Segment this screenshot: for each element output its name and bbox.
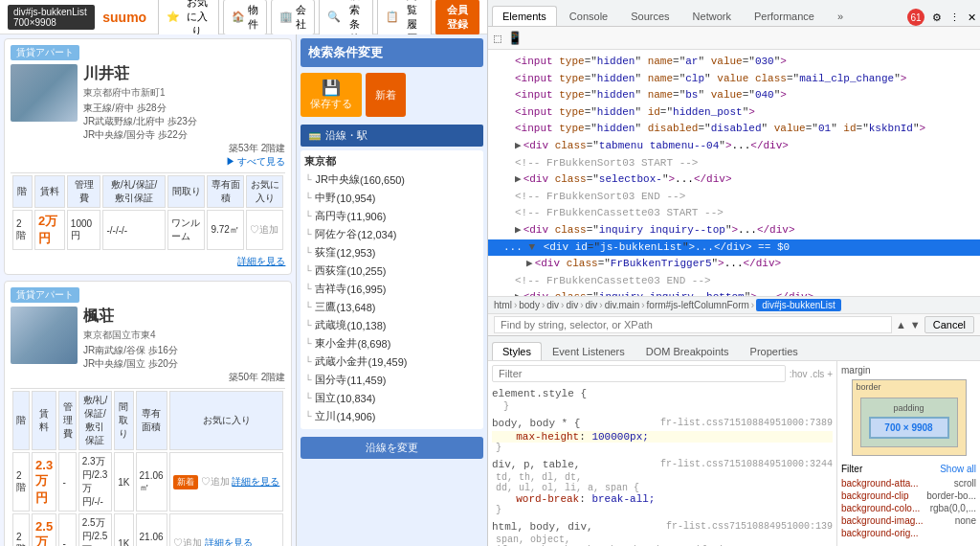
listing-info-1: 川井荘 東京都府中市新町1 東王線/府中 歩28分 JR武蔵野線/北府中 歩23… bbox=[83, 64, 285, 155]
tab-dom-breakpoints[interactable]: DOM Breakpoints bbox=[635, 342, 740, 360]
prev-result-button[interactable]: ▲ bbox=[896, 319, 906, 330]
html-tree[interactable]: <input type="hidden" name="ar" value="03… bbox=[488, 50, 980, 296]
css-link-3[interactable]: fr-list.css71510884951000:139 bbox=[666, 521, 833, 532]
col-rent: 賃料 bbox=[34, 175, 65, 208]
tree-line[interactable]: <input type="hidden" name="clp" value cl… bbox=[488, 71, 980, 88]
list-item[interactable]: JR中央線(160,650) bbox=[304, 171, 479, 189]
tab-sources[interactable]: Sources bbox=[620, 6, 679, 26]
nav-property[interactable]: 🏠 物件 bbox=[223, 0, 267, 35]
tree-line[interactable]: ▶<div class="tabmenu tabmenu--04">...</d… bbox=[488, 138, 980, 155]
list-item[interactable]: 武蔵小金井(19,459) bbox=[304, 353, 479, 371]
cursor-icon[interactable]: ⬚ bbox=[494, 31, 501, 46]
next-result-button[interactable]: ▼ bbox=[910, 319, 921, 330]
bc-div3[interactable]: div bbox=[586, 300, 598, 310]
tab-more[interactable]: » bbox=[827, 6, 854, 26]
detail-link-2b[interactable]: 詳細を見る bbox=[205, 537, 253, 546]
mobile-icon[interactable]: 📱 bbox=[507, 31, 523, 46]
tree-line[interactable]: <!-- FrBukkenCassette03 START --> bbox=[488, 205, 980, 222]
list-item[interactable]: 三鷹(13,648) bbox=[304, 298, 479, 316]
website-panel: div#js-bukkenList 700×9908 suumo ⭐ お気に入り… bbox=[0, 0, 488, 546]
tree-line[interactable]: <!-- FrBukkenSort03 END --> bbox=[488, 189, 980, 206]
bottom-tabs: Styles Event Listeners DOM Breakpoints P… bbox=[488, 336, 980, 361]
list-item[interactable]: 阿佐ケ谷(12,034) bbox=[304, 225, 479, 243]
tree-line[interactable]: ▶<div class="FrBukkenTrigger5">...</div> bbox=[488, 256, 980, 273]
tab-properties[interactable]: Properties bbox=[740, 342, 809, 360]
tree-line[interactable]: <input type="hidden" disabled="disabled"… bbox=[488, 121, 980, 138]
devtool-badge: div#js-bukkenList 700×9908 bbox=[8, 5, 95, 30]
styles-panel: :hov .cls + element.style { } body, body… bbox=[488, 361, 836, 546]
listing-name-2: 楓荘 bbox=[83, 307, 285, 327]
bc-div2[interactable]: div bbox=[566, 300, 578, 310]
nav-company[interactable]: 🏢 会社 bbox=[271, 0, 315, 35]
filter-input[interactable] bbox=[492, 365, 786, 382]
list-item[interactable]: 東小金井(8,698) bbox=[304, 334, 479, 353]
devtools-search-bar: ▲ ▼ Cancel bbox=[488, 313, 980, 335]
bc-html[interactable]: html bbox=[494, 300, 512, 310]
favorite-btn-2a[interactable]: ♡追加 bbox=[201, 476, 230, 487]
tree-line[interactable]: <input type="hidden" name="ar" value="03… bbox=[488, 54, 980, 71]
col-mgmt: 管理費 bbox=[67, 175, 101, 208]
tab-performance[interactable]: Performance bbox=[744, 6, 825, 26]
col-fav: お気に入り bbox=[246, 175, 284, 208]
tree-line[interactable]: <!-- FrBukkenSort03 START --> bbox=[488, 155, 980, 172]
tree-line[interactable]: ▶<div class="inquiry inquiry--bottom">..… bbox=[488, 289, 980, 296]
list-item[interactable]: 立川(14,906) bbox=[304, 407, 479, 425]
list-item[interactable]: 高円寺(11,906) bbox=[304, 207, 479, 225]
devtools-more-icon[interactable]: ⋮ bbox=[949, 11, 960, 24]
list-item: background-imag... none bbox=[841, 515, 976, 526]
new-button[interactable]: 新着 bbox=[366, 73, 406, 117]
new-btn-row[interactable]: 新着 bbox=[173, 475, 198, 489]
bc-active[interactable]: div#js-bukkenList bbox=[756, 299, 841, 311]
tab-styles[interactable]: Styles bbox=[492, 342, 542, 360]
css-link[interactable]: fr-list.css71510884951000:7389 bbox=[660, 418, 833, 428]
bc-div1[interactable]: div bbox=[546, 300, 559, 310]
see-all-link-1[interactable]: ▶ すべて見る bbox=[11, 155, 285, 169]
tree-line[interactable]: <!-- FrBukkenCassette03 END --> bbox=[488, 273, 980, 290]
logo: suumo bbox=[102, 10, 146, 25]
list-item[interactable]: 武蔵境(10,138) bbox=[304, 316, 479, 334]
detail-link-1[interactable]: 詳細を見る bbox=[237, 256, 285, 266]
show-all-link[interactable]: Show all bbox=[940, 464, 976, 474]
bc-form[interactable]: form#js-leftColumnForm bbox=[647, 300, 749, 310]
detail-link-2a[interactable]: 詳細を見る bbox=[232, 476, 279, 487]
devtools-close-icon[interactable]: ✕ bbox=[968, 11, 976, 24]
list-item[interactable]: 中野(10,954) bbox=[304, 189, 479, 207]
search-input[interactable] bbox=[494, 316, 892, 333]
bc-body[interactable]: body bbox=[519, 300, 540, 310]
favorite-btn[interactable]: ♡追加 bbox=[250, 224, 278, 235]
price-table-2: 階 賃料 管理費 敷/礼/保証/敷引保証 間取り 専有面積 お気に入り 2階 2… bbox=[11, 388, 285, 546]
tab-elements[interactable]: Elements bbox=[492, 6, 557, 26]
rent-price: 2万円 bbox=[38, 214, 57, 245]
css-selector: div, p, table, fr-list.css71510884951000… bbox=[492, 459, 833, 470]
save-button[interactable]: 💾 保存する bbox=[301, 73, 362, 117]
col-layout: 間取り bbox=[167, 175, 205, 208]
filter-label: Filter bbox=[841, 464, 862, 474]
tree-line[interactable]: <input type="hidden" name="bs" value="04… bbox=[488, 87, 980, 104]
change-line-button[interactable]: 沿線を変更 bbox=[301, 437, 483, 459]
tree-line-selected[interactable]: ... ▼ <div id="js-bukkenList">...</div> … bbox=[488, 239, 980, 257]
listing-access-2: JR南武線/谷保 歩16分 JR中央線/国立 歩20分 bbox=[83, 344, 285, 371]
css-selector: html, body, div, fr-list.css715108849510… bbox=[492, 521, 833, 533]
bc-div-main[interactable]: div.main bbox=[605, 300, 640, 310]
nav-register[interactable]: 会員登録 bbox=[435, 0, 479, 35]
box-border: padding 700 × 9908 bbox=[860, 398, 958, 447]
css-link-2[interactable]: fr-list.css71510884951000:3244 bbox=[660, 459, 833, 469]
region-label: 東京都 bbox=[304, 154, 479, 169]
list-item[interactable]: 国立(10,834) bbox=[304, 389, 479, 407]
tree-line[interactable]: ▶<div class="inquiry inquiry--top">...</… bbox=[488, 222, 980, 239]
tab-console[interactable]: Console bbox=[559, 6, 618, 26]
list-item[interactable]: 荻窪(12,953) bbox=[304, 243, 479, 262]
cancel-search-button[interactable]: Cancel bbox=[924, 316, 974, 333]
list-item[interactable]: 吉祥寺(16,995) bbox=[304, 280, 479, 298]
table-row: 2階 2.3万円 - 2.3万円/2.3万円/-/- 1K 21.06㎡ 新着 … bbox=[12, 452, 283, 512]
search-header: 検索条件変更 bbox=[301, 38, 483, 67]
list-item[interactable]: 西荻窪(10,255) bbox=[304, 262, 479, 280]
list-item[interactable]: 国分寺(11,459) bbox=[304, 371, 479, 389]
filter-row: :hov .cls + bbox=[492, 365, 833, 382]
devtools-settings-icon[interactable]: ⚙ bbox=[932, 11, 942, 24]
tree-line[interactable]: <input type="hidden" id="hidden_post"> bbox=[488, 104, 980, 122]
tab-network[interactable]: Network bbox=[682, 6, 742, 26]
favorite-btn-2b[interactable]: ♡追加 bbox=[173, 537, 202, 546]
tree-line[interactable]: ▶<div class="selectbox-">...</div> bbox=[488, 171, 980, 189]
tab-event-listeners[interactable]: Event Listeners bbox=[542, 342, 635, 360]
